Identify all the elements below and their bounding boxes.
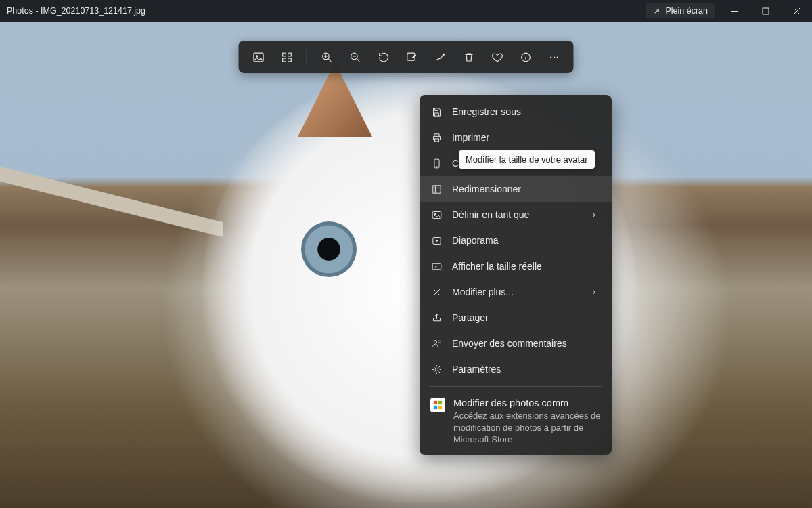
menu-item-actual-size[interactable]: 1:1 Afficher la taille réelle <box>420 253 612 279</box>
minimize-button[interactable] <box>719 0 750 22</box>
toolbar-zoom-in-button[interactable] <box>314 45 340 69</box>
chevron-right-icon: › <box>593 287 601 297</box>
toolbar <box>239 41 574 73</box>
edit-image-icon <box>405 51 418 64</box>
toolbar-draw-button[interactable] <box>428 45 453 69</box>
menu-item-feedback[interactable]: Envoyer des commentaires <box>420 331 612 356</box>
menu-item-set-as[interactable]: Définir en tant que › <box>420 202 612 228</box>
store-icon <box>430 398 445 412</box>
menu-label: Afficher la taille réelle <box>452 261 601 272</box>
menu-label: Partager <box>452 312 601 323</box>
toolbar-all-photos-button[interactable] <box>274 45 300 69</box>
settings-icon <box>430 363 443 375</box>
menu-label: Redimensionner <box>452 184 601 194</box>
window-controls <box>719 0 812 22</box>
minimize-icon <box>731 7 738 15</box>
zoom-in-icon <box>320 51 333 64</box>
menu-label: Enregistrer sous <box>452 106 601 117</box>
tooltip: Modifier la taille de votre avatar <box>459 150 595 169</box>
play-icon <box>430 234 443 247</box>
window-title: Photos - IMG_20210713_121417.jpg <box>7 6 145 16</box>
svg-rect-4 <box>288 53 291 56</box>
phone-icon <box>430 157 443 169</box>
menu-label: Envoyer des commentaires <box>452 338 601 349</box>
promo-description: Accédez aux extensions avancées de modif… <box>453 410 601 446</box>
menu-item-share[interactable]: Partager <box>420 305 612 331</box>
heart-icon <box>491 51 503 64</box>
svg-rect-16 <box>432 185 440 192</box>
print-icon <box>430 131 443 144</box>
fullscreen-label: Plein écran <box>665 6 708 16</box>
fullscreen-icon <box>652 7 661 16</box>
toolbar-delete-button[interactable] <box>456 45 482 69</box>
svg-point-22 <box>434 340 436 343</box>
toolbar-favorite-button[interactable] <box>484 45 510 69</box>
toolbar-more-button[interactable] <box>541 45 567 69</box>
svg-rect-3 <box>282 53 286 56</box>
svg-point-12 <box>553 56 554 58</box>
maximize-icon <box>762 7 769 15</box>
titlebar: Photos - IMG_20210713_121417.jpg Plein é… <box>0 0 812 22</box>
toolbar-rotate-button[interactable] <box>371 45 397 69</box>
toolbar-info-button[interactable] <box>513 45 539 69</box>
photo-viewport: Enregistrer sous Imprimer Copier vers le… <box>0 22 812 508</box>
menu-label: Diaporama <box>452 235 601 246</box>
more-icon <box>547 51 560 64</box>
svg-rect-25 <box>438 401 442 404</box>
svg-rect-5 <box>282 58 286 62</box>
menu-promo[interactable]: Modifier des photos comm Accédez aux ext… <box>420 391 612 448</box>
svg-rect-17 <box>432 211 441 218</box>
menu-item-print[interactable]: Imprimer <box>420 125 612 150</box>
toolbar-zoom-out-button[interactable] <box>342 45 368 69</box>
tools-icon <box>430 286 443 298</box>
menu-label: Modifier plus... <box>452 287 583 297</box>
grid-icon <box>280 51 293 64</box>
menu-separator <box>429 386 602 387</box>
menu-item-slideshow[interactable]: Diaporama <box>420 228 612 253</box>
svg-point-11 <box>550 56 551 58</box>
svg-rect-14 <box>434 138 438 141</box>
fullscreen-button[interactable]: Plein écran <box>646 3 715 18</box>
zoom-out-icon <box>348 51 361 64</box>
photo-detail-eye <box>301 221 357 277</box>
svg-point-23 <box>435 368 438 371</box>
toolbar-edit-button[interactable] <box>399 45 425 69</box>
svg-text:1:1: 1:1 <box>434 265 439 268</box>
svg-rect-24 <box>434 401 437 404</box>
menu-label: Définir en tant que <box>452 209 583 220</box>
svg-rect-0 <box>763 8 769 14</box>
save-icon <box>430 106 443 118</box>
svg-rect-26 <box>434 406 437 409</box>
menu-item-save-as[interactable]: Enregistrer sous <box>420 99 612 125</box>
svg-point-13 <box>556 56 558 58</box>
image-icon <box>252 51 265 64</box>
svg-rect-1 <box>253 53 263 62</box>
menu-item-modify-more[interactable]: Modifier plus... › <box>420 279 612 305</box>
tooltip-text: Modifier la taille de votre avatar <box>466 154 588 165</box>
feedback-icon <box>430 337 443 350</box>
rotate-icon <box>377 51 390 64</box>
resize-icon <box>430 183 443 195</box>
svg-point-2 <box>256 55 257 56</box>
maximize-button[interactable] <box>750 0 781 22</box>
more-menu: Enregistrer sous Imprimer Copier vers le… <box>420 95 612 455</box>
trash-icon <box>462 51 475 64</box>
close-button[interactable] <box>781 0 812 22</box>
menu-label: Imprimer <box>452 132 601 143</box>
svg-rect-27 <box>438 406 442 409</box>
set-as-icon <box>430 209 443 221</box>
toolbar-separator <box>307 49 307 65</box>
info-icon <box>519 51 532 64</box>
menu-label: Paramètres <box>452 364 601 375</box>
promo-title: Modifier des photos comm <box>453 398 601 408</box>
draw-icon <box>434 51 447 64</box>
svg-rect-6 <box>288 58 291 62</box>
one-to-one-icon: 1:1 <box>430 260 443 272</box>
chevron-right-icon: › <box>593 210 601 219</box>
toolbar-view-image-button[interactable] <box>246 45 271 69</box>
close-icon <box>793 7 800 15</box>
share-icon <box>430 312 443 324</box>
menu-item-resize[interactable]: Redimensionner <box>420 176 612 202</box>
menu-item-settings[interactable]: Paramètres <box>420 356 612 382</box>
